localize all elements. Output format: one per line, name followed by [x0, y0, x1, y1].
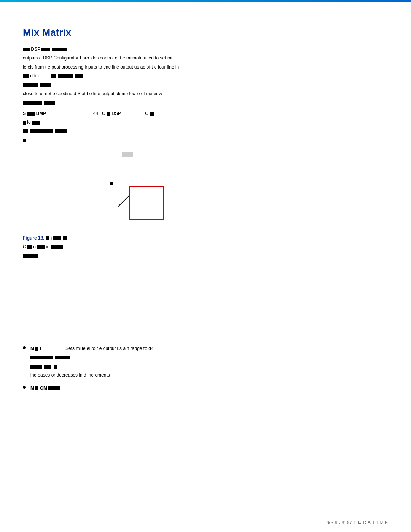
sdmp-line-3 [23, 128, 388, 135]
sdmp-line-2: lo [23, 118, 388, 126]
redacted-13 [107, 112, 110, 116]
bullet-1-desc: Sets mi le el to t e output us ain radge… [65, 346, 153, 351]
header-line-5 [23, 81, 388, 89]
redacted-24 [27, 245, 32, 249]
redacted-17 [23, 129, 28, 133]
redacted-30 [55, 356, 70, 359]
text-dein: in [46, 244, 49, 249]
redacted-19 [55, 129, 67, 133]
bullet-2-line1: M GM [30, 384, 60, 392]
redacted-34 [35, 386, 38, 390]
text-levels: le els from t e post processing inputs t… [23, 64, 179, 70]
sdmp-label2: DMP [36, 111, 46, 116]
bullet-1-content: M f Sets mi le el to t e output us ain r… [30, 345, 154, 380]
footer-text: $ - 0 , # s / P E R A T I O N [327, 520, 388, 524]
spacer-area [23, 261, 388, 337]
figure-caption-line1: Figure 18. i [23, 235, 388, 241]
figure-red-box [129, 186, 164, 220]
sdmp-label: S [23, 111, 26, 116]
redacted-8 [23, 83, 38, 87]
text-increases: increases or decreases in d increments [30, 372, 110, 378]
bullet-1-key: M [30, 346, 34, 351]
header-line-1: DSP [23, 45, 388, 53]
text-on: n [33, 244, 37, 249]
footer-bar: $ - 0 , # s / P E R A T I O N [0, 520, 411, 524]
figure-gray-rect [122, 152, 133, 157]
bullet-dot-1 [23, 346, 26, 349]
bullet-dot-2 [23, 386, 26, 389]
redacted-26 [51, 245, 63, 249]
figure-title-text: i [51, 235, 52, 241]
redacted-31 [30, 365, 42, 369]
bullet-2-content: M GM [30, 384, 60, 393]
redacted-4 [23, 74, 29, 78]
text-44lc: 44 LC [93, 111, 107, 116]
redacted-35 [48, 386, 60, 390]
bullet-1-line1: M f Sets mi le el to t e output us ain r… [30, 345, 154, 352]
text-close: close to ut not e ceeding d S at t e lin… [23, 91, 162, 96]
redacted-18 [30, 129, 53, 133]
top-accent-bar [0, 0, 411, 2]
text-outputs: outputs e DSP Configurator I pro ides co… [23, 55, 172, 61]
bullet-item-2: M GM [23, 384, 388, 393]
text-lo: lo [27, 120, 32, 125]
figure-subcaption-1: C n in [23, 243, 388, 251]
figure-area [46, 152, 388, 228]
figure-caption-block: Figure 18. i C n in [23, 235, 388, 260]
text-ddin: ddin [30, 73, 39, 78]
redacted-6 [58, 74, 73, 78]
redacted-9 [40, 83, 51, 87]
header-block: DSP outputs e DSP Configurator I pro ide… [23, 45, 388, 107]
redacted-25 [37, 245, 45, 249]
bullet-2-key2: GM [40, 385, 47, 391]
redacted-28 [35, 347, 38, 351]
bullet-section: M f Sets mi le el to t e output us ain r… [23, 345, 388, 393]
sdmp-block: S DMP 44 LC DSP C lo [23, 110, 388, 144]
header-line-4: ddin [23, 72, 388, 80]
redacted-29 [30, 356, 53, 359]
bullet-1-key2: f [40, 346, 41, 351]
redacted-3 [52, 48, 67, 51]
redacted-1 [23, 48, 30, 51]
sdmp-line-4 [23, 136, 388, 144]
header-line-3: le els from t e post processing inputs t… [23, 63, 388, 71]
redacted-16 [32, 121, 40, 125]
redacted-11 [44, 101, 55, 105]
bullet-item-1: M f Sets mi le el to t e output us ain r… [23, 345, 388, 380]
sdmp-line-1: S DMP 44 LC DSP C [23, 110, 388, 117]
redacted-2 [41, 48, 50, 51]
redacted-23 [63, 236, 67, 240]
redacted-33 [54, 365, 57, 369]
redacted-5 [51, 74, 56, 78]
text-dsp: DSP [112, 111, 121, 116]
header-line-7 [23, 99, 388, 106]
bullet-1-line4: increases or decreases in d increments [30, 371, 154, 379]
bullet-1-line3 [30, 363, 154, 370]
redacted-27 [23, 254, 38, 258]
page-title: Mix Matrix [23, 27, 388, 38]
bullet-2-key: M [30, 385, 34, 391]
redacted-22 [53, 236, 61, 240]
redacted-7 [75, 74, 83, 78]
redacted-10 [23, 101, 42, 105]
figure-subcaption-2 [23, 252, 388, 260]
redacted-20 [23, 139, 26, 142]
redacted-32 [44, 365, 51, 369]
figure-dot [110, 182, 113, 185]
bullet-1-line2 [30, 353, 154, 361]
redacted-12 [27, 112, 35, 116]
figure-label: Figure 18. [23, 235, 46, 241]
header-line-6: close to ut not e ceeding d S at t e lin… [23, 90, 388, 97]
redacted-14 [150, 112, 154, 116]
redacted-15 [23, 121, 26, 125]
header-text-dsp: DSP [31, 46, 41, 52]
text-c: C [145, 111, 148, 116]
text-clicking: C [23, 244, 26, 249]
redacted-21 [46, 236, 49, 240]
header-line-2: outputs e DSP Configurator I pro ides co… [23, 54, 388, 62]
